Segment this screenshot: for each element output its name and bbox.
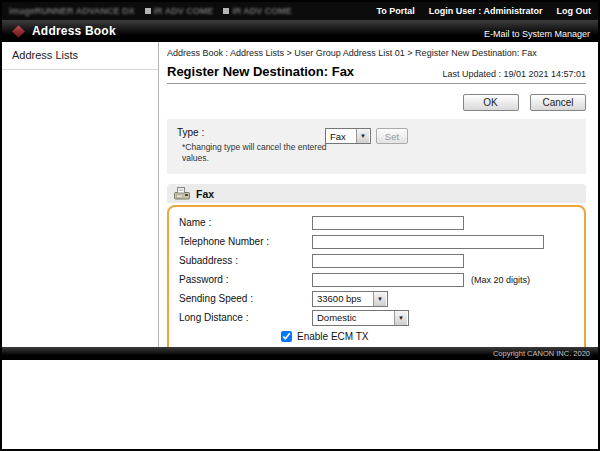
- set-button[interactable]: Set: [376, 128, 408, 144]
- breadcrumb[interactable]: Address Book : Address Lists > User Grou…: [167, 48, 586, 58]
- type-change-note: *Changing type will cancel the entered v…: [182, 142, 332, 164]
- sending-speed-select[interactable]: 33600 bps ▼: [312, 291, 388, 307]
- action-button-row: OK Cancel: [167, 92, 586, 111]
- long-distance-value: Domestic: [313, 312, 394, 323]
- device-status-bar: imageRUNNER ADVANCE DX iR ADV COME iR AD…: [2, 2, 598, 20]
- footer-bar: Copyright CANON INC. 2020: [2, 347, 598, 360]
- fax-form: Name : Telephone Number : Subaddress : P…: [167, 205, 586, 347]
- sidebar: Address Lists: [2, 42, 159, 347]
- ecm-checkbox-group: Enable ECM TX: [281, 331, 369, 342]
- login-user-label: Login User : Administrator: [429, 6, 543, 16]
- name-label: Name :: [179, 217, 312, 228]
- fax-section-title: Fax: [196, 188, 214, 200]
- form-row-password: Password : (Max 20 digits): [179, 270, 574, 289]
- app-logo-diamond-icon: [12, 25, 25, 38]
- long-distance-select[interactable]: Domestic ▼: [312, 310, 409, 326]
- login-user-name: Administrator: [483, 6, 542, 16]
- password-input[interactable]: [312, 273, 464, 287]
- sidebar-item-address-lists[interactable]: Address Lists: [2, 42, 158, 70]
- last-updated-text: Last Updated : 19/01 2021 14:57:01: [442, 69, 586, 79]
- app-title: Address Book: [32, 24, 116, 38]
- fax-machine-icon: [174, 187, 190, 200]
- chevron-down-icon: ▼: [356, 129, 369, 143]
- password-label: Password :: [179, 274, 312, 285]
- form-row-ecm: Enable ECM TX: [179, 327, 574, 346]
- enable-ecm-tx-label: Enable ECM TX: [297, 331, 369, 342]
- device-model-text: imageRUNNER ADVANCE DX: [9, 6, 135, 16]
- title-row: Register New Destination: Fax Last Updat…: [167, 64, 586, 84]
- chevron-down-icon: ▼: [373, 292, 386, 306]
- form-row-telephone: Telephone Number :: [179, 232, 574, 251]
- remote-ui-page: imageRUNNER ADVANCE DX iR ADV COME iR AD…: [0, 0, 600, 451]
- form-row-subaddress: Subaddress :: [179, 251, 574, 270]
- form-row-sending-speed: Sending Speed : 33600 bps ▼: [179, 289, 574, 308]
- sending-speed-value: 33600 bps: [313, 293, 373, 304]
- type-select[interactable]: Fax ▼: [325, 128, 371, 144]
- enable-ecm-tx-checkbox[interactable]: [281, 331, 292, 342]
- long-distance-label: Long Distance :: [179, 312, 312, 323]
- type-controls: Fax ▼ Set: [325, 128, 408, 144]
- telephone-number-input[interactable]: [312, 235, 544, 249]
- ok-button[interactable]: OK: [463, 94, 519, 111]
- copyright-text: Copyright CANON INC. 2020: [493, 349, 590, 358]
- content-area: Address Lists Address Book : Address Lis…: [2, 42, 598, 347]
- email-to-system-manager-link[interactable]: E-Mail to System Manager: [484, 29, 590, 39]
- log-out-link[interactable]: Log Out: [557, 6, 592, 16]
- chevron-down-icon: ▼: [394, 311, 407, 325]
- telephone-number-label: Telephone Number :: [179, 236, 312, 247]
- subaddress-label: Subaddress :: [179, 255, 312, 266]
- form-row-name: Name :: [179, 213, 574, 232]
- device-icon: [223, 8, 229, 14]
- cancel-button[interactable]: Cancel: [530, 94, 586, 111]
- sending-speed-label: Sending Speed :: [179, 293, 312, 304]
- name-input[interactable]: [312, 216, 464, 230]
- login-label: Login User :: [429, 6, 482, 16]
- device-icon: [145, 8, 151, 14]
- form-row-long-distance: Long Distance : Domestic ▼: [179, 308, 574, 327]
- type-label: Type :: [177, 127, 325, 138]
- type-section: Type : *Changing type will cancel the en…: [167, 119, 586, 174]
- bottom-whitespace: [2, 360, 598, 449]
- type-labels: Type : *Changing type will cancel the en…: [177, 127, 325, 164]
- app-bar: Address Book E-Mail to System Manager: [2, 20, 598, 42]
- page-title: Register New Destination: Fax: [167, 64, 354, 79]
- device-info-2: iR ADV COME: [232, 6, 292, 16]
- subaddress-input[interactable]: [312, 254, 464, 268]
- to-portal-link[interactable]: To Portal: [376, 6, 414, 16]
- fax-section-header: Fax: [167, 184, 586, 203]
- device-info-1: iR ADV COME: [154, 6, 214, 16]
- main-panel: Address Book : Address Lists > User Grou…: [159, 42, 598, 347]
- password-max-digits-note: (Max 20 digits): [471, 275, 530, 285]
- type-select-value: Fax: [326, 131, 356, 142]
